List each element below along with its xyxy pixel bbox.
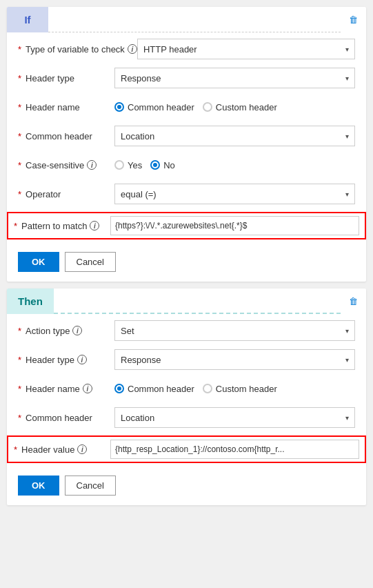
- then-common-header-label: Common header: [128, 384, 194, 394]
- then-common-header-text: Common header: [26, 413, 92, 423]
- then-common-header-dot: [117, 386, 121, 391]
- then-ok-button[interactable]: OK: [18, 476, 59, 496]
- header-value-info-icon[interactable]: i: [77, 444, 87, 454]
- if-case-yes-radio[interactable]: Yes: [114, 160, 142, 170]
- if-case-no-label: No: [163, 160, 175, 170]
- if-header-type-control: Response ▾: [114, 68, 355, 88]
- then-custom-header-label: Custom header: [216, 384, 277, 394]
- if-card-body: * Type of variable to check i HTTP heade…: [7, 38, 366, 205]
- header-type-value: Response: [121, 73, 161, 84]
- then-action-type-row: * Action type i Set ▾: [18, 320, 355, 342]
- then-action-buttons: OK Cancel: [7, 470, 366, 498]
- if-header-type-row: * Header type Response ▾: [18, 67, 355, 89]
- if-variable-type-control: HTTP header ▾: [137, 39, 355, 59]
- action-type-info-icon[interactable]: i: [72, 326, 82, 335]
- required-star: *: [18, 102, 21, 112]
- if-operator-text: Operator: [26, 189, 61, 199]
- operator-dropdown[interactable]: equal (=) ▾: [114, 184, 355, 204]
- pattern-info-icon[interactable]: i: [90, 221, 99, 231]
- page-container: If 🗑 * Type of variable to check i HTTP …: [0, 0, 373, 512]
- if-variable-type-label: * Type of variable to check i: [18, 44, 137, 55]
- if-header-type-label: * Header type: [18, 73, 114, 84]
- then-header-type-dropdown[interactable]: Response ▾: [114, 349, 355, 370]
- then-header-type-text: Header type: [26, 355, 74, 365]
- then-label: Then: [7, 288, 54, 314]
- required-star: *: [18, 355, 21, 365]
- then-header-value-label: * Header value i: [14, 444, 110, 455]
- then-header-value-text: Header value: [21, 444, 74, 455]
- operator-arrow: ▾: [345, 190, 349, 198]
- if-header-name-text: Header name: [26, 102, 80, 112]
- if-cancel-button[interactable]: Cancel: [65, 252, 116, 272]
- then-header-name-control: Common header Custom header: [114, 384, 355, 394]
- then-header-type-arrow: ▾: [345, 356, 349, 364]
- then-common-header-control: Location ▾: [114, 407, 355, 428]
- header-value-input[interactable]: [110, 440, 359, 459]
- then-delete-icon[interactable]: 🗑: [341, 288, 366, 314]
- variable-type-info-icon[interactable]: i: [128, 44, 137, 54]
- required-star: *: [14, 221, 17, 231]
- variable-type-arrow: ▾: [345, 46, 349, 53]
- action-type-dropdown[interactable]: Set ▾: [114, 320, 355, 341]
- if-ok-button[interactable]: OK: [18, 252, 59, 272]
- case-sensitive-info-icon[interactable]: i: [87, 160, 97, 170]
- if-case-sensitive-control: Yes No: [114, 160, 355, 170]
- required-star: *: [18, 73, 21, 84]
- if-header-type-text: Header type: [26, 73, 74, 84]
- if-case-yes-label: Yes: [128, 160, 142, 170]
- then-card-body: * Action type i Set ▾ * Header type i: [7, 320, 366, 429]
- header-type-arrow: ▾: [345, 75, 349, 82]
- required-star: *: [14, 444, 17, 455]
- required-star: *: [18, 413, 21, 423]
- if-operator-control: equal (=) ▾: [114, 184, 355, 204]
- then-header-value-row: * Header value i: [7, 435, 366, 463]
- if-common-header-label-field: * Common header: [18, 131, 114, 141]
- then-cancel-button[interactable]: Cancel: [65, 476, 116, 496]
- if-case-no-radio[interactable]: No: [150, 160, 175, 170]
- then-common-header-radio[interactable]: Common header: [114, 384, 194, 394]
- if-pattern-label: * Pattern to match i: [14, 221, 110, 231]
- then-custom-header-radio[interactable]: Custom header: [203, 384, 277, 394]
- required-star: *: [18, 189, 21, 199]
- if-common-header-radio[interactable]: Common header: [114, 102, 194, 112]
- if-custom-header-radio[interactable]: Custom header: [203, 102, 277, 112]
- if-common-header-text: Common header: [26, 131, 92, 141]
- required-star: *: [18, 131, 21, 141]
- then-common-header-dropdown[interactable]: Location ▾: [114, 407, 355, 428]
- if-case-no-circle: [150, 160, 160, 170]
- if-header-name-radio-group: Common header Custom header: [114, 102, 277, 112]
- then-header-type-value: Response: [121, 355, 161, 365]
- then-common-header-circle: [114, 384, 124, 393]
- if-pattern-row: * Pattern to match i: [7, 212, 366, 239]
- common-header-dropdown[interactable]: Location ▾: [114, 126, 355, 146]
- if-pattern-text: Pattern to match: [21, 221, 87, 231]
- variable-type-value: HTTP header: [143, 44, 197, 55]
- pattern-input[interactable]: [110, 216, 359, 235]
- then-header-type-row: * Header type i Response ▾: [18, 349, 355, 371]
- if-delete-icon[interactable]: 🗑: [341, 7, 366, 32]
- if-case-no-dot: [153, 163, 157, 167]
- then-header-type-info-icon[interactable]: i: [77, 355, 87, 364]
- if-card: If 🗑 * Type of variable to check i HTTP …: [7, 7, 366, 282]
- variable-type-dropdown[interactable]: HTTP header ▾: [137, 39, 355, 59]
- then-common-header-row: * Common header Location ▾: [18, 406, 355, 429]
- required-star: *: [18, 160, 21, 170]
- if-card-header: If 🗑: [7, 7, 366, 32]
- header-type-dropdown[interactable]: Response ▾: [114, 68, 355, 88]
- then-common-header-value: Location: [121, 413, 154, 423]
- then-header-name-radio-group: Common header Custom header: [114, 384, 277, 394]
- required-star: *: [18, 44, 21, 55]
- if-case-sensitive-row: * Case-sensitive i Yes: [18, 154, 355, 176]
- operator-value: equal (=): [121, 189, 157, 199]
- then-header-spacer: [54, 288, 341, 314]
- if-variable-type-text: Type of variable to check: [26, 44, 125, 55]
- then-action-type-label: * Action type i: [18, 326, 114, 336]
- if-header-name-row: * Header name Common header Cust: [18, 96, 355, 118]
- then-header-name-info-icon[interactable]: i: [83, 384, 92, 393]
- then-header-type-label: * Header type i: [18, 355, 114, 365]
- if-case-sensitive-label: * Case-sensitive i: [18, 160, 114, 170]
- if-case-sensitive-text: Case-sensitive: [26, 160, 84, 170]
- then-header-type-control: Response ▾: [114, 349, 355, 370]
- if-common-header-control: Location ▾: [114, 126, 355, 146]
- common-header-arrow: ▾: [345, 133, 349, 140]
